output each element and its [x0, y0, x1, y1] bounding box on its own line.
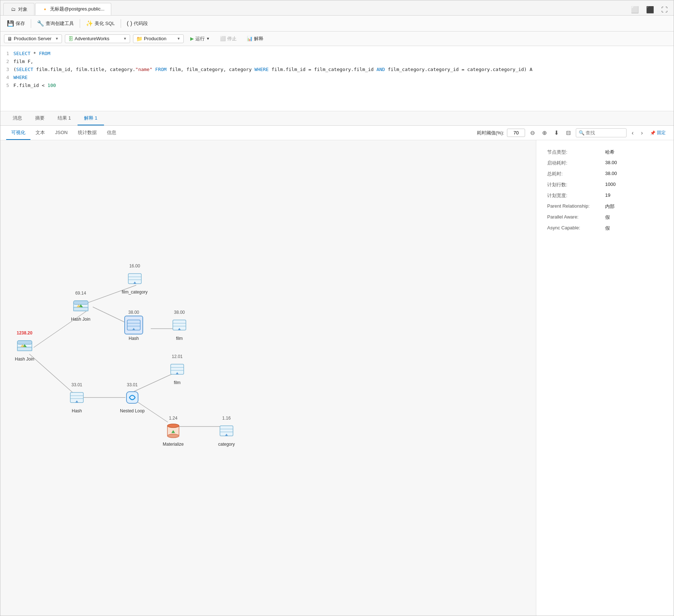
node-materialize-cost: 1.24 — [169, 416, 177, 421]
node-film-category[interactable]: 16.00 film_category — [122, 263, 147, 295]
svg-rect-35 — [126, 392, 138, 403]
split-horizontal-button[interactable]: ⬜ — [628, 4, 642, 15]
zoom-in-icon: ⊕ — [542, 130, 547, 136]
detail-row-0: 节点类型: 哈希 — [547, 149, 663, 155]
detail-row-4: 计划宽度: 19 — [547, 192, 663, 199]
sep-2 — [80, 19, 80, 28]
filter-button[interactable]: ⊟ — [564, 128, 573, 138]
save-button[interactable]: 💾 保存 — [4, 18, 28, 28]
threshold-input[interactable] — [507, 129, 525, 137]
view-tab-stats[interactable]: 统计数据 — [73, 126, 102, 140]
node-hash-mid-label: Hash — [129, 336, 139, 341]
node-category[interactable]: 1.16 category — [217, 416, 236, 447]
detail-row-2: 总耗时: 38.00 — [547, 171, 663, 177]
node-film-category-label: film_category — [122, 290, 147, 295]
sql-line-3: 3 (SELECT film.film_id, film.title, cate… — [0, 66, 674, 74]
view-tabs: 可视化 文本 JSON 统计数据 信息 耗时阈值(%): ⊖ ⊕ ⬇ — [0, 126, 674, 140]
node-hash-join-top-cost: 1238.20 — [17, 330, 32, 336]
detail-row-6: Parallel Aware: 假 — [547, 214, 663, 221]
node-nested-loop-icon — [123, 388, 142, 407]
pin-button[interactable]: 📌 固定 — [648, 128, 668, 137]
next-button[interactable]: › — [639, 128, 645, 138]
save-icon: 💾 — [7, 20, 14, 27]
viz-canvas: 1238.20 Hash Join 69.14 Hash Join — [0, 140, 536, 616]
schema-select-arrow: ▼ — [177, 37, 180, 41]
download-icon: ⬇ — [554, 130, 559, 136]
node-hash-mid[interactable]: 38.00 Hash — [124, 310, 143, 341]
view-tab-visualize[interactable]: 可视化 — [6, 126, 30, 140]
node-nested-loop[interactable]: 33.01 Nested Loop — [120, 382, 145, 413]
node-film-category-icon — [125, 269, 144, 288]
sql-line-4: 4 WHERE — [0, 74, 674, 82]
maximize-button[interactable]: ⛶ — [658, 4, 671, 15]
main-content: 1238.20 Hash Join 69.14 Hash Join — [0, 140, 674, 616]
node-hash-left[interactable]: 33.01 Hash — [67, 382, 86, 413]
zoom-out-button[interactable]: ⊖ — [528, 128, 537, 138]
svg-point-41 — [167, 424, 179, 428]
node-film-category-cost: 16.00 — [129, 263, 140, 269]
tab-messages[interactable]: 消息 — [6, 112, 29, 125]
node-hash-join-top-icon — [15, 336, 34, 355]
filter-icon: ⊟ — [566, 130, 571, 136]
window-controls: ⬜ ⬛ ⛶ — [628, 4, 671, 15]
schema-select[interactable]: 📁 Production ▼ — [133, 34, 184, 43]
explain-button[interactable]: 📊 解释 — [243, 34, 267, 43]
query-tool-icon: 🔧 — [37, 20, 44, 27]
node-film-top-label: film — [176, 336, 183, 341]
tab-summary[interactable]: 摘要 — [29, 112, 51, 125]
node-hash-join-mid[interactable]: 69.14 Hash Join — [71, 291, 90, 322]
search-icon: 🔍 — [579, 130, 584, 136]
tab-results1[interactable]: 结果 1 — [51, 112, 78, 125]
query-tool-button[interactable]: 🔧 查询创建工具 — [34, 18, 77, 28]
query-icon: 🔸 — [42, 6, 48, 12]
run-arrow: ▼ — [206, 37, 210, 41]
tab-bar: 🗂 对象 🔸 无标题@postgres.public... ⬜ ⬛ ⛶ — [0, 0, 674, 16]
node-hash-join-mid-cost: 69.14 — [75, 291, 86, 296]
connection-bar: 🖥 Production Server ▼ 🗄 AdventureWorks ▼… — [0, 32, 674, 46]
node-category-icon — [217, 421, 236, 440]
view-tab-json[interactable]: JSON — [50, 126, 73, 140]
server-select[interactable]: 🖥 Production Server ▼ — [4, 34, 62, 43]
next-icon: › — [641, 130, 643, 136]
download-button[interactable]: ⬇ — [552, 128, 561, 138]
svg-rect-16 — [74, 307, 88, 311]
code-snippet-button[interactable]: ( ) 代码段 — [124, 19, 151, 28]
threshold-area: 耗时阈值(%): ⊖ ⊕ ⬇ ⊟ 🔍 ‹ › — [477, 128, 668, 138]
schema-icon: 📁 — [136, 36, 142, 42]
main-toolbar: 💾 保存 🔧 查询创建工具 ✨ 美化 SQL ( ) 代码段 — [0, 16, 674, 32]
node-hash-mid-cost: 38.00 — [128, 310, 139, 315]
node-hash-join-mid-icon — [71, 296, 90, 315]
node-film-mid[interactable]: 12.01 film — [168, 354, 187, 385]
tab-query[interactable]: 🔸 无标题@postgres.public... — [35, 3, 111, 15]
node-materialize-label: Materialize — [163, 442, 184, 447]
node-category-cost: 1.16 — [222, 416, 230, 421]
sep-3 — [121, 19, 121, 28]
sql-line-2: 2 film F, — [0, 58, 674, 66]
db-select[interactable]: 🗄 AdventureWorks ▼ — [65, 34, 130, 43]
tab-objects[interactable]: 🗂 对象 — [3, 3, 34, 15]
view-tab-info[interactable]: 信息 — [102, 126, 121, 140]
sql-line-1: 1 SELECT * FROM — [0, 50, 674, 58]
tab-explain1[interactable]: 解释 1 — [78, 112, 104, 125]
beautify-icon: ✨ — [86, 20, 93, 27]
zoom-in-button[interactable]: ⊕ — [540, 128, 549, 138]
node-film-top-cost: 38.00 — [174, 310, 185, 315]
beautify-button[interactable]: ✨ 美化 SQL — [83, 18, 118, 28]
viz-area: 1238.20 Hash Join 69.14 Hash Join — [0, 140, 536, 616]
view-tab-text[interactable]: 文本 — [30, 126, 50, 140]
zoom-out-icon: ⊖ — [530, 130, 535, 136]
node-hash-join-top[interactable]: 1238.20 Hash Join — [15, 330, 34, 362]
node-materialize[interactable]: 1.24 Materialize — [163, 416, 184, 447]
details-panel: 节点类型: 哈希 启动耗时: 38.00 总耗时: 38.00 计划行数: 10… — [536, 140, 674, 616]
split-vertical-button[interactable]: ⬛ — [643, 4, 657, 15]
node-film-mid-icon — [168, 360, 187, 379]
sql-editor[interactable]: 1 SELECT * FROM 2 film F, 3 (SELECT film… — [0, 46, 674, 111]
prev-button[interactable]: ‹ — [629, 128, 636, 138]
detail-row-1: 启动耗时: 38.00 — [547, 160, 663, 166]
node-film-top[interactable]: 38.00 film — [170, 310, 189, 341]
svg-point-42 — [167, 434, 179, 438]
prev-icon: ‹ — [632, 130, 633, 136]
run-button[interactable]: ▶ 运行 ▼ — [187, 34, 213, 43]
stop-button[interactable]: ⬜ 停止 — [216, 34, 240, 43]
table-icon: 🗂 — [10, 7, 16, 12]
